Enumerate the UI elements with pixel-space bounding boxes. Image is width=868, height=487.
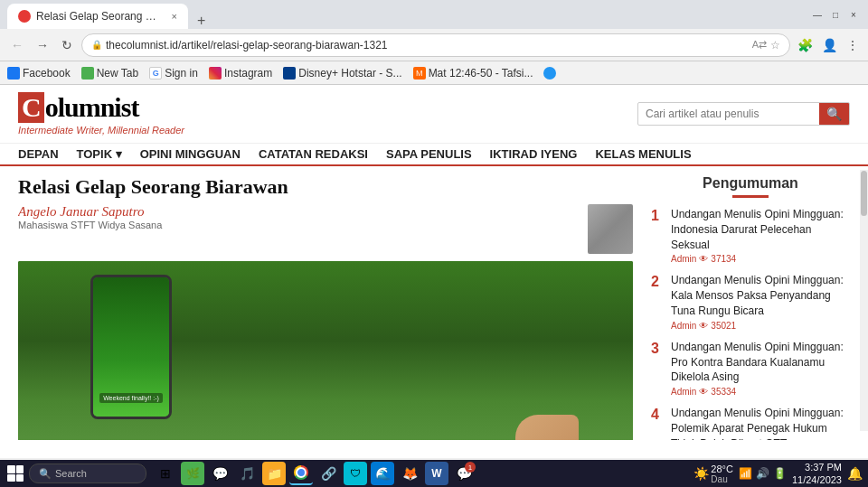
nav-iktirad[interactable]: IKTIRAD IYENG [490,147,578,161]
article-image: Weekend finally!! :-) [18,261,633,440]
active-tab[interactable]: Relasi Gelap Seorang Biarawa... × [7,4,188,29]
sidebar-item-1[interactable]: 1 Undangan Menulis Opini Mingguan: Indon… [651,207,850,264]
sidebar-item-2[interactable]: 2 Undangan Menulis Opini Mingguan: Kala … [651,273,850,330]
bookmark-newtab[interactable]: New Tab [81,67,138,80]
phone-caption: Weekend finally!! :-) [99,393,163,403]
scrollbar-thumb[interactable] [861,171,867,216]
extensions-icon[interactable]: 🧩 [796,36,815,54]
bookmark-instagram[interactable]: Instagram [209,67,272,80]
address-bar-wrapper[interactable]: 🔒 A⇄ ☆ [81,33,790,57]
item-number-1: 1 [651,207,664,224]
author-photo-image [588,204,633,254]
article-title: Relasi Gelap Seorang Biarawan [18,175,633,199]
minimize-button[interactable]: — [810,7,825,22]
site-logo[interactable]: Columnist [18,92,184,123]
main-content: Relasi Gelap Seorang Biarawan Angelo Jan… [0,166,868,440]
weather-temp: 28°C [711,464,733,474]
item-meta-3: Admin 👁 35334 [671,387,850,397]
profile-icon[interactable]: 👤 [820,36,839,54]
taskbar-app-security[interactable]: 🛡 [344,462,367,485]
article-top: Angelo Januar Saputro Mahasiswa STFT Wid… [18,204,633,254]
clock[interactable]: 3:37 PM 11/24/2023 [792,461,842,487]
nav-sapa[interactable]: SAPA PENULIS [386,147,472,161]
item-meta-2: Admin 👁 35021 [671,321,850,331]
windows-icon [7,465,24,482]
taskbar-app-taskview[interactable]: ⊞ [154,462,177,485]
item-meta-1: Admin 👁 37134 [671,254,850,264]
nav-depan[interactable]: DEPAN [18,147,59,161]
translate-icon[interactable]: A⇄ [752,39,767,51]
browser-scrollbar[interactable] [860,170,868,431]
close-window-button[interactable]: × [846,7,861,22]
item-number-3: 3 [651,340,664,357]
taskbar-apps: ⊞ 🌿 💬 🎵 📁 🔗 🛡 🌊 [154,462,476,485]
lock-icon: 🔒 [91,40,102,50]
item-title-1: Undangan Menulis Opini Mingguan: Indones… [671,207,850,252]
weather-icon: ☀️ [693,466,709,481]
taskbar-app-edge[interactable]: 🌊 [371,462,394,485]
sidebar-item-3[interactable]: 3 Undangan Menulis Opini Mingguan: Pro K… [651,340,850,397]
search-input[interactable] [638,104,819,124]
taskbar: 🔍 Search ⊞ 🌿 💬 🎵 📁 🔗 [0,460,868,487]
address-bar[interactable] [106,39,749,52]
item-title-2: Undangan Menulis Opini Mingguan: Kala Me… [671,273,850,318]
battery-icon[interactable]: 🔋 [773,467,787,480]
sidebar-item-4[interactable]: 4 Undangan Menulis Opini Mingguan: Polem… [651,406,850,440]
nav-catatan[interactable]: CATATAN REDAKSI [259,147,368,161]
nav-opini[interactable]: OPINI MINGGUAN [140,147,241,161]
globe-icon [543,67,556,80]
start-button[interactable] [5,464,25,483]
site-tagline: Intermediate Writer, Millennial Reader [18,125,184,136]
forward-button[interactable]: → [33,36,52,54]
tab-favicon [18,10,31,23]
toolbar-icons: 🧩 👤 ⋮ [796,36,861,54]
chrome-logo [294,465,308,480]
item-content-4: Undangan Menulis Opini Mingguan: Polemik… [671,406,850,440]
notification-center-icon[interactable]: 🔔 [847,466,863,481]
phone-device: Weekend finally!! :-) [90,275,172,419]
bookmark-globe[interactable] [543,67,556,80]
search-button[interactable]: 🔍 [819,103,849,125]
weather-widget[interactable]: ☀️ 28°C Dau [693,464,733,484]
nav-kelas[interactable]: KELAS MENULIS [595,147,691,161]
sidebar: Pengumuman 1 Undangan Menulis Opini Ming… [651,166,850,440]
taskbar-search-label: Search [55,468,87,479]
taskbar-app-explorer[interactable]: 📁 [262,462,286,485]
wifi-icon[interactable]: 📶 [739,467,752,480]
taskbar-app-word[interactable]: W [425,462,448,485]
taskbar-app-firefox[interactable]: 🦊 [398,462,421,485]
taskbar-app-chrome[interactable] [289,462,313,485]
bookmark-facebook[interactable]: Facebook [7,67,71,80]
refresh-button[interactable]: ↻ [58,36,76,54]
tab-close-button[interactable]: × [172,11,177,22]
bookmark-disney[interactable]: Disney+ Hotstar - S... [283,67,401,80]
google-icon: G [149,67,162,80]
taskbar-app-music[interactable]: 🎵 [235,462,259,485]
maximize-button[interactable]: □ [828,7,843,22]
tab-title: Relasi Gelap Seorang Biarawa... [36,10,163,23]
more-options-icon[interactable]: ⋮ [844,36,861,54]
item-content-2: Undangan Menulis Opini Mingguan: Kala Me… [671,273,850,330]
taskbar-app-notification[interactable]: 💬 1 [452,462,476,485]
bookmark-signin[interactable]: G Sign in [149,67,198,80]
volume-icon[interactable]: 🔊 [756,467,769,480]
bookmark-star-icon[interactable]: ☆ [770,39,780,52]
taskbar-app-chat[interactable]: 💬 [208,462,231,485]
back-button[interactable]: ← [7,36,27,54]
nav-topik[interactable]: TOPIK ▾ [77,147,122,161]
taskbar-app-collab[interactable]: 🔗 [316,462,340,485]
bookmark-mat[interactable]: M Mat 12:46-50 - Tafsi... [413,67,533,80]
site-header: Columnist Intermediate Writer, Millennia… [0,85,868,144]
item-content-1: Undangan Menulis Opini Mingguan: Indones… [671,207,850,264]
taskbar-search[interactable]: 🔍 Search [29,464,146,483]
item-content-3: Undangan Menulis Opini Mingguan: Pro Kon… [671,340,850,397]
instagram-icon [209,67,222,80]
search-box[interactable]: 🔍 [637,102,850,126]
site-logo-wrapper: Columnist Intermediate Writer, Millennia… [18,92,184,136]
item-number-2: 2 [651,273,664,290]
author-name[interactable]: Angelo Januar Saputro [18,204,162,220]
clock-date: 11/24/2023 [792,473,842,486]
taskbar-app-photo[interactable]: 🌿 [181,462,204,485]
new-tab-button[interactable]: + [192,13,211,29]
notification-badge: 1 [465,462,476,473]
